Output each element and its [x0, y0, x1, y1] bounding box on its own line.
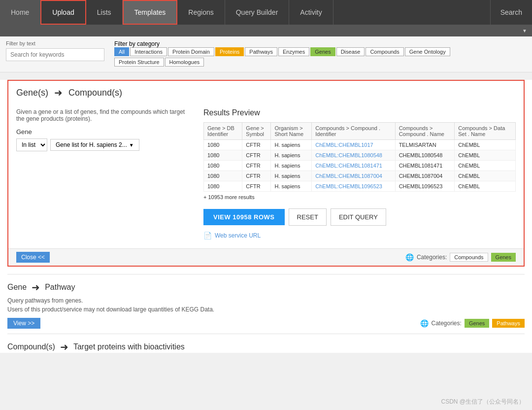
action-row: VIEW 10958 ROWS RESET EDIT QUERY	[203, 203, 516, 230]
table-cell: H. sapiens	[271, 150, 312, 161]
template-2-desc2: Users of this product/service may not do…	[7, 306, 525, 313]
search-input[interactable]	[6, 48, 104, 61]
cat-btn-compounds[interactable]: Compounds	[366, 47, 403, 56]
main-nav: Home Upload Lists Templates Regions Quer…	[0, 0, 532, 25]
web-service-row: 📄 Web service URL	[203, 230, 516, 244]
categories-label-2: Categories:	[432, 320, 462, 327]
nav-templates[interactable]: Templates	[123, 0, 178, 25]
table-cell: 1080	[204, 140, 242, 150]
text-filter-label: Filter by text	[6, 40, 104, 46]
table-cell: ChEMBL	[455, 150, 516, 161]
close-button[interactable]: Close <<	[16, 252, 50, 263]
nav-querybuilder[interactable]: Query Builder	[225, 0, 290, 25]
category-badge-compounds[interactable]: Compounds	[450, 253, 488, 262]
col-header-1: Gene > DBIdentifier	[204, 123, 242, 140]
table-cell: H. sapiens	[271, 181, 312, 192]
table-cell: H. sapiens	[271, 161, 312, 171]
table-cell: ChEMBL	[455, 161, 516, 171]
view-rows-button[interactable]: VIEW 10958 ROWS	[203, 209, 285, 225]
cat-btn-genes[interactable]: Genes	[310, 47, 335, 56]
gene-label: Gene	[16, 128, 194, 136]
footer-categories-2: 🌐 Categories: Genes Pathways	[420, 319, 525, 328]
cat-btn-proteinstructure[interactable]: Protein Structure	[114, 58, 164, 67]
nav-regions[interactable]: Regions	[177, 0, 225, 25]
cat-btn-proteindomain[interactable]: Protein Domain	[168, 47, 214, 56]
categories-label: Categories:	[417, 254, 447, 261]
view-button-2[interactable]: View >>	[7, 318, 40, 329]
table-cell: CFTR	[242, 150, 271, 161]
cat-btn-geneontology[interactable]: Gene Ontology	[405, 47, 450, 56]
more-results-text: + 10953 more results	[203, 192, 516, 203]
cat-btn-interactions[interactable]: Interactions	[130, 47, 167, 56]
table-cell: H. sapiens	[271, 140, 312, 150]
table-cell: 1080	[204, 150, 242, 161]
table-cell: 1080	[204, 161, 242, 171]
dropdown-arrow-icon: ▼	[522, 28, 527, 34]
category-row-2: Protein Structure Homologues	[114, 58, 526, 67]
results-panel: Results Preview Gene > DBIdentifier Gene…	[203, 108, 516, 244]
table-cell: CFTR	[242, 140, 271, 150]
footer-categories: 🌐 Categories: Compounds Genes	[405, 253, 516, 262]
table-cell: ChEMBL:CHEMBL1087004	[312, 171, 395, 181]
gene-list-label: Gene list for H. sapiens 2...	[56, 141, 127, 148]
cat-btn-disease[interactable]: Disease	[336, 47, 365, 56]
nav-search[interactable]: Search	[490, 0, 532, 25]
col-header-6: Compounds > DataSet . Name	[455, 123, 516, 140]
table-cell: ChEMBL	[455, 140, 516, 150]
table-row: 1080CFTRH. sapiensChEMBL:CHEMBL1017TELMI…	[204, 140, 516, 150]
col-header-4: Compounds > Compound .Identifier	[312, 123, 395, 140]
table-row: 1080CFTRH. sapiensChEMBL:CHEMBL1080548CH…	[204, 150, 516, 161]
table-row: 1080CFTRH. sapiensChEMBL:CHEMBL1096523CH…	[204, 181, 516, 192]
nav-activity[interactable]: Activity	[289, 0, 333, 25]
table-cell: ChEMBL	[455, 171, 516, 181]
cat-btn-all[interactable]: All	[114, 47, 129, 56]
web-service-link[interactable]: Web service URL	[215, 232, 261, 239]
col-header-5: Compounds >Compound . Name	[395, 123, 455, 140]
template-1-footer: Close << 🌐 Categories: Compounds Genes	[8, 248, 524, 266]
template-1-to: Compound(s)	[68, 88, 122, 98]
table-cell: 1080	[204, 171, 242, 181]
table-cell: CHEMBL1080548	[395, 150, 455, 161]
table-cell: CFTR	[242, 171, 271, 181]
table-row: 1080CFTRH. sapiensChEMBL:CHEMBL1087004CH…	[204, 171, 516, 181]
category-row-1: All Interactions Protein Domain Proteins…	[114, 47, 526, 56]
cat-btn-homologues[interactable]: Homologues	[165, 58, 204, 67]
table-row: 1080CFTRH. sapiensChEMBL:CHEMBL1081471CH…	[204, 161, 516, 171]
nav-upload[interactable]: Upload	[40, 0, 86, 25]
template-1-from: Gene(s)	[16, 88, 48, 98]
arrow-right-icon-2: ➜	[32, 281, 40, 293]
cat-btn-pathways[interactable]: Pathways	[245, 47, 277, 56]
results-title: Results Preview	[203, 108, 516, 117]
dropdown-arrow-icon: ▼	[129, 142, 134, 148]
template-3-to: Target proteins with bioactivities	[73, 342, 185, 351]
globe-icon-2: 🌐	[420, 319, 429, 327]
template-card-2: Gene ➜ Pathway Query pathways from genes…	[7, 274, 525, 329]
cat-btn-enzymes[interactable]: Enzymes	[278, 47, 309, 56]
cat-btn-proteins[interactable]: Proteins	[215, 47, 244, 56]
template-2-from: Gene	[7, 283, 27, 292]
nav-lists[interactable]: Lists	[86, 0, 123, 25]
arrow-right-icon: ➜	[54, 87, 63, 99]
category-badge-pathways[interactable]: Pathways	[492, 319, 525, 328]
gene-list-button[interactable]: Gene list for H. sapiens 2... ▼	[50, 139, 139, 151]
template-card-3: Compound(s) ➜ Target proteins with bioac…	[7, 334, 525, 353]
globe-icon: 🌐	[405, 253, 414, 261]
category-badge-genes-2[interactable]: Genes	[465, 319, 489, 328]
web-service-icon: 📄	[203, 232, 212, 239]
table-cell: TELMISARTAN	[395, 140, 455, 150]
reset-button[interactable]: RESET	[289, 208, 327, 226]
nav-home[interactable]: Home	[0, 0, 40, 25]
gene-in-list-select[interactable]: In list	[16, 138, 47, 151]
table-cell: ChEMBL	[455, 181, 516, 192]
table-cell: CHEMBL1096523	[395, 181, 455, 192]
edit-query-button[interactable]: EDIT QUERY	[331, 208, 386, 226]
table-cell: CFTR	[242, 161, 271, 171]
filter-bar: Filter by text Filter by category All In…	[0, 36, 532, 72]
col-header-2: Gene >Symbol	[242, 123, 271, 140]
sub-nav: ▼	[0, 25, 532, 36]
main-content: Gene(s) ➜ Compound(s) Given a gene or a …	[0, 80, 532, 353]
category-badge-genes[interactable]: Genes	[491, 253, 516, 262]
template-2-desc1: Query pathways from genes.	[7, 297, 525, 304]
template-1-header: Gene(s) ➜ Compound(s)	[8, 81, 524, 104]
category-filter-section: Filter by category All Interactions Prot…	[114, 40, 526, 68]
